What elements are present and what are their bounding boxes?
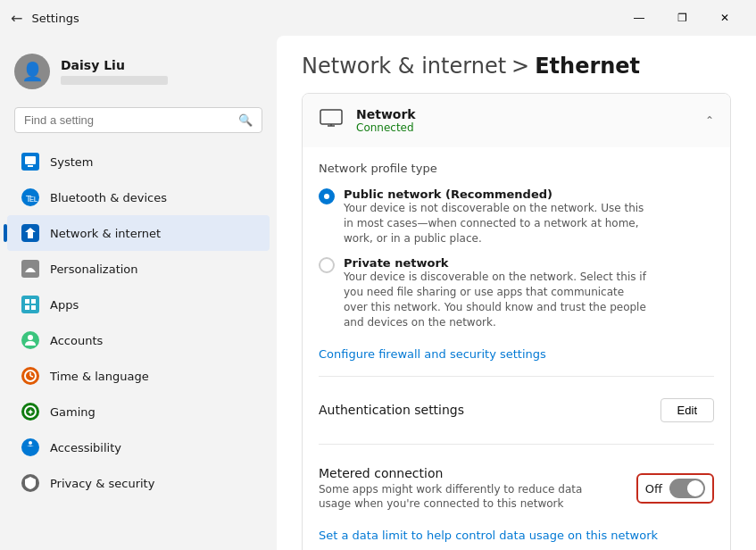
- sidebar-item-accounts-label: Accounts: [50, 334, 103, 347]
- main-panel: Network & internet > Ethernet: [277, 36, 756, 550]
- chevron-up-icon: ⌃: [705, 114, 714, 127]
- page-header: Network & internet > Ethernet: [277, 36, 756, 93]
- data-limit-link[interactable]: Set a data limit to help control data us…: [319, 529, 658, 542]
- title-bar: ← Settings — ❐ ✕: [0, 0, 756, 36]
- divider-1: [319, 376, 714, 377]
- privacy-icon: [21, 474, 39, 492]
- search-box[interactable]: 🔍: [14, 107, 262, 133]
- close-button[interactable]: ✕: [704, 4, 745, 32]
- svg-rect-0: [25, 156, 36, 164]
- personalization-icon: [21, 260, 39, 278]
- metered-left: Metered connection Some apps might work …: [319, 466, 586, 512]
- data-limit-link-container: Set a data limit to help control data us…: [319, 526, 714, 543]
- user-profile[interactable]: 👤 Daisy Liu: [0, 43, 277, 104]
- svg-rect-4: [31, 299, 36, 304]
- sidebar-item-accessibility-label: Accessibility: [50, 441, 121, 454]
- breadcrumb-sep: >: [511, 54, 529, 79]
- sidebar-item-apps-label: Apps: [50, 298, 79, 312]
- metered-toggle[interactable]: [669, 479, 705, 498]
- main-content: 👤 Daisy Liu 🔍 System: [0, 36, 756, 550]
- back-icon[interactable]: ←: [11, 10, 22, 27]
- sidebar-item-bluetooth[interactable]: ℡ Bluetooth & devices: [7, 179, 270, 215]
- accounts-icon: [21, 331, 39, 349]
- toggle-off-label: Off: [645, 482, 662, 496]
- network-icon: [21, 224, 39, 242]
- svg-point-13: [29, 441, 32, 445]
- user-avatar-icon: 👤: [21, 61, 44, 82]
- sidebar-item-network[interactable]: Network & internet: [7, 215, 270, 251]
- toggle-thumb: [687, 480, 703, 496]
- sidebar-item-accessibility[interactable]: Accessibility: [7, 429, 270, 465]
- monitor-icon: [319, 106, 344, 135]
- settings-window: ← Settings — ❐ ✕ 👤 Daisy Liu: [0, 0, 756, 550]
- svg-rect-6: [31, 305, 36, 310]
- private-network-option[interactable]: Private network Your device is discovera…: [319, 256, 714, 329]
- svg-rect-5: [25, 305, 29, 310]
- window-title: Settings: [31, 12, 79, 25]
- breadcrumb: Network & internet > Ethernet: [302, 54, 731, 79]
- breadcrumb-parent[interactable]: Network & internet: [302, 54, 506, 79]
- search-input[interactable]: [24, 113, 231, 127]
- title-bar-left: ← Settings: [11, 10, 79, 27]
- card-title-group: Network Connected: [356, 107, 416, 134]
- svg-rect-1: [28, 165, 33, 167]
- network-card-subtitle: Connected: [356, 121, 416, 134]
- divider-2: [319, 444, 714, 445]
- user-email: [61, 76, 168, 85]
- sidebar-item-gaming[interactable]: ✦ Gaming: [7, 394, 270, 429]
- metered-toggle-group[interactable]: Off: [636, 473, 714, 504]
- user-info: Daisy Liu: [61, 58, 168, 85]
- private-network-radio[interactable]: [319, 257, 335, 273]
- sidebar-item-privacy[interactable]: Privacy & security: [7, 465, 270, 501]
- network-card: Network Connected ⌃ Network profile type: [302, 93, 731, 550]
- public-network-text: Public network (Recommended) Your device…: [344, 188, 647, 246]
- apps-icon: [21, 296, 39, 313]
- svg-rect-15: [320, 110, 342, 124]
- network-card-body: Network profile type Public network (Rec…: [303, 147, 730, 550]
- profile-section-label: Network profile type: [319, 162, 714, 175]
- avatar: 👤: [14, 54, 50, 89]
- system-icon: [21, 153, 39, 171]
- sidebar: 👤 Daisy Liu 🔍 System: [0, 36, 277, 550]
- time-icon: [21, 367, 39, 385]
- minimize-button[interactable]: —: [619, 4, 660, 32]
- search-icon: 🔍: [238, 113, 253, 127]
- svg-text:℡: ℡: [25, 191, 37, 204]
- sidebar-item-system[interactable]: System: [7, 144, 270, 179]
- svg-point-7: [28, 335, 33, 340]
- edit-button[interactable]: Edit: [660, 398, 714, 422]
- sidebar-item-personalization[interactable]: Personalization: [7, 251, 270, 287]
- sidebar-item-bluetooth-label: Bluetooth & devices: [50, 191, 167, 204]
- sidebar-item-accounts[interactable]: Accounts: [7, 322, 270, 358]
- authentication-row: Authentication settings Edit: [319, 391, 714, 429]
- sidebar-item-time[interactable]: Time & language: [7, 358, 270, 394]
- network-card-title: Network: [356, 107, 416, 121]
- gaming-icon: ✦: [21, 403, 39, 421]
- public-network-label: Public network (Recommended): [344, 188, 647, 201]
- authentication-label: Authentication settings: [319, 403, 464, 417]
- page-content: Network Connected ⌃ Network profile type: [277, 93, 756, 550]
- sidebar-item-privacy-label: Privacy & security: [50, 477, 154, 490]
- private-network-label: Private network: [344, 256, 647, 270]
- card-header-left: Network Connected: [319, 106, 416, 135]
- network-card-header[interactable]: Network Connected ⌃: [303, 94, 730, 147]
- private-network-desc: Your device is discoverable on the netwo…: [344, 270, 647, 329]
- firewall-link[interactable]: Configure firewall and security settings: [319, 347, 546, 361]
- public-network-option[interactable]: Public network (Recommended) Your device…: [319, 188, 714, 246]
- metered-title: Metered connection: [319, 466, 586, 480]
- sidebar-item-apps[interactable]: Apps: [7, 287, 270, 322]
- sidebar-item-network-label: Network & internet: [50, 227, 161, 240]
- sidebar-item-gaming-label: Gaming: [50, 405, 96, 419]
- maximize-button[interactable]: ❐: [661, 4, 702, 32]
- sidebar-item-personalization-label: Personalization: [50, 262, 138, 276]
- window-controls: — ❐ ✕: [619, 4, 745, 32]
- breadcrumb-current: Ethernet: [535, 54, 640, 79]
- metered-row: Metered connection Some apps might work …: [319, 459, 714, 520]
- svg-text:✦: ✦: [27, 407, 34, 417]
- public-network-desc: Your device is not discoverable on the n…: [344, 201, 647, 246]
- radio-group: Public network (Recommended) Your device…: [319, 188, 714, 330]
- accessibility-icon: [21, 438, 39, 456]
- svg-line-10: [30, 376, 33, 377]
- sidebar-item-time-label: Time & language: [50, 370, 149, 383]
- public-network-radio[interactable]: [319, 188, 335, 204]
